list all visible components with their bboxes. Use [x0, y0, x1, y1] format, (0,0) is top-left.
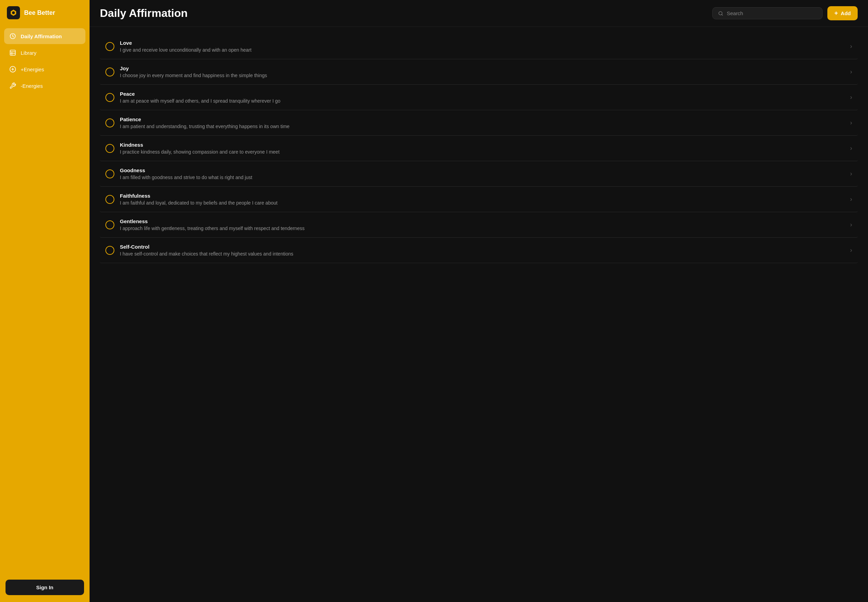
- affirmation-checkbox[interactable]: [105, 246, 114, 255]
- affirmation-text: Faithfulness I am faithful and loyal, de…: [120, 193, 845, 206]
- chevron-right-icon: ›: [850, 221, 852, 228]
- affirmation-title: Love: [120, 40, 845, 46]
- svg-point-1: [12, 11, 15, 14]
- chevron-right-icon: ›: [850, 68, 852, 75]
- affirmation-item[interactable]: Joy I choose joy in every moment and fin…: [100, 59, 858, 85]
- affirmation-text: Kindness I practice kindness daily, show…: [120, 142, 845, 155]
- chevron-right-icon: ›: [850, 144, 852, 152]
- sidebar-item-plus-energies-label: +Energies: [21, 66, 44, 72]
- sidebar-item-daily-affirmation-label: Daily Affirmation: [21, 34, 61, 39]
- affirmation-checkbox[interactable]: [105, 169, 114, 178]
- chevron-right-icon: ›: [850, 43, 852, 50]
- chevron-right-icon: ›: [850, 170, 852, 177]
- affirmation-title: Faithfulness: [120, 193, 845, 199]
- sidebar-bottom: Sign In: [0, 574, 89, 602]
- svg-line-10: [722, 14, 723, 15]
- sign-in-button[interactable]: Sign In: [6, 580, 84, 595]
- affirmation-checkbox[interactable]: [105, 220, 114, 229]
- search-icon: [718, 11, 724, 16]
- affirmation-description: I practice kindness daily, showing compa…: [120, 149, 845, 155]
- affirmation-text: Patience I am patient and understanding,…: [120, 117, 845, 129]
- affirmation-description: I give and receive love unconditionally …: [120, 47, 845, 53]
- sidebar-item-minus-energies-label: -Energies: [21, 83, 43, 89]
- affirmation-title: Patience: [120, 117, 845, 122]
- library-icon: [9, 49, 17, 57]
- search-bar: [712, 7, 822, 19]
- main-content: Daily Affirmation + Add Love I give and …: [89, 0, 868, 602]
- affirmation-title: Kindness: [120, 142, 845, 148]
- affirmation-item[interactable]: Kindness I practice kindness daily, show…: [100, 136, 858, 161]
- sidebar-nav: Daily Affirmation Library: [0, 26, 89, 574]
- affirmation-text: Gentleness I approach life with gentlene…: [120, 218, 845, 231]
- affirmation-description: I approach life with gentleness, treatin…: [120, 226, 845, 231]
- sidebar-item-library-label: Library: [21, 50, 37, 56]
- affirmation-text: Goodness I am filled with goodness and s…: [120, 167, 845, 180]
- affirmation-checkbox[interactable]: [105, 68, 114, 77]
- affirmation-text: Love I give and receive love uncondition…: [120, 40, 845, 53]
- clock-icon: [9, 32, 17, 40]
- sidebar-header: Bee Better: [0, 0, 89, 26]
- top-bar-right: + Add: [712, 6, 858, 20]
- affirmation-text: Peace I am at peace with myself and othe…: [120, 91, 845, 104]
- affirmation-item[interactable]: Gentleness I approach life with gentlene…: [100, 212, 858, 238]
- sidebar: Bee Better Daily Affirmation: [0, 0, 89, 602]
- affirmation-title: Peace: [120, 91, 845, 97]
- chevron-right-icon: ›: [850, 94, 852, 101]
- affirmation-description: I have self-control and make choices tha…: [120, 251, 845, 256]
- plus-energies-icon: [9, 65, 17, 73]
- affirmation-item[interactable]: Patience I am patient and understanding,…: [100, 110, 858, 136]
- sidebar-item-minus-energies[interactable]: -Energies: [4, 78, 85, 94]
- affirmation-item[interactable]: Love I give and receive love uncondition…: [100, 34, 858, 59]
- sidebar-item-daily-affirmation[interactable]: Daily Affirmation: [4, 28, 85, 44]
- affirmation-title: Self-Control: [120, 244, 845, 250]
- page-title: Daily Affirmation: [100, 7, 188, 20]
- affirmation-description: I am faithful and loyal, dedicated to my…: [120, 200, 845, 206]
- top-bar: Daily Affirmation + Add: [89, 0, 868, 27]
- sidebar-item-plus-energies[interactable]: +Energies: [4, 61, 85, 77]
- affirmation-item[interactable]: Self-Control I have self-control and mak…: [100, 238, 858, 263]
- affirmation-description: I choose joy in every moment and find ha…: [120, 73, 845, 78]
- affirmation-checkbox[interactable]: [105, 118, 114, 127]
- affirmation-title: Joy: [120, 65, 845, 71]
- minus-energies-icon: [9, 82, 17, 89]
- affirmations-list: Love I give and receive love uncondition…: [89, 27, 868, 602]
- chevron-right-icon: ›: [850, 247, 852, 254]
- add-button-label: Add: [841, 10, 851, 16]
- affirmation-text: Self-Control I have self-control and mak…: [120, 244, 845, 256]
- affirmation-checkbox[interactable]: [105, 93, 114, 102]
- affirmation-checkbox[interactable]: [105, 144, 114, 153]
- affirmation-description: I am patient and understanding, trusting…: [120, 124, 845, 129]
- chevron-right-icon: ›: [850, 196, 852, 203]
- affirmation-description: I am filled with goodness and strive to …: [120, 175, 845, 180]
- app-name-label: Bee Better: [24, 9, 55, 17]
- search-input[interactable]: [727, 10, 817, 16]
- affirmation-checkbox[interactable]: [105, 195, 114, 204]
- affirmation-item[interactable]: Faithfulness I am faithful and loyal, de…: [100, 187, 858, 212]
- affirmation-item[interactable]: Goodness I am filled with goodness and s…: [100, 161, 858, 187]
- app-logo: [7, 6, 20, 19]
- affirmation-checkbox[interactable]: [105, 42, 114, 51]
- affirmation-text: Joy I choose joy in every moment and fin…: [120, 65, 845, 78]
- add-button[interactable]: + Add: [827, 6, 858, 20]
- sidebar-item-library[interactable]: Library: [4, 45, 85, 61]
- affirmation-title: Gentleness: [120, 218, 845, 224]
- affirmation-description: I am at peace with myself and others, an…: [120, 98, 845, 104]
- svg-rect-3: [10, 50, 15, 55]
- affirmation-item[interactable]: Peace I am at peace with myself and othe…: [100, 85, 858, 110]
- chevron-right-icon: ›: [850, 119, 852, 126]
- affirmation-title: Goodness: [120, 167, 845, 173]
- add-icon: +: [834, 10, 838, 17]
